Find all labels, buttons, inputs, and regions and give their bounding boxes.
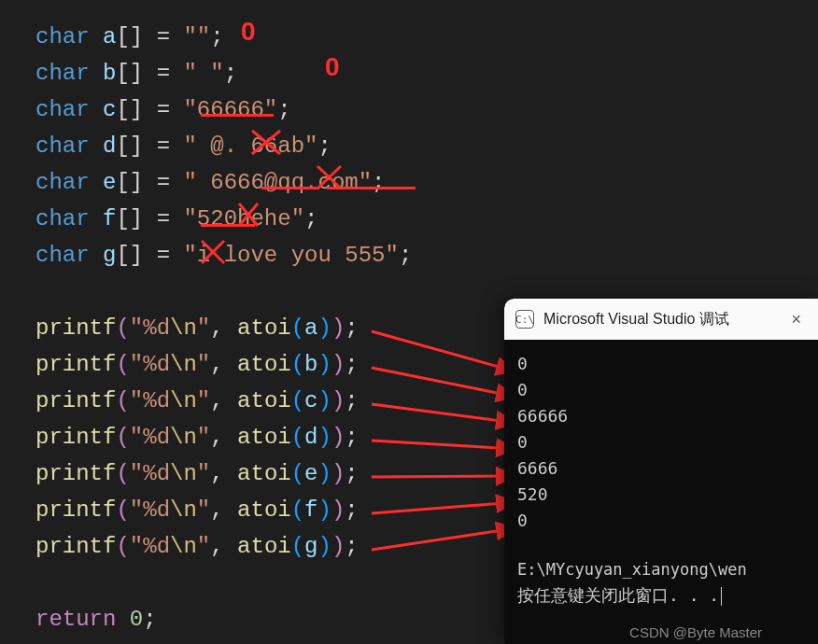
console-titlebar[interactable]: C:\ Microsoft Visual Studio 调试 × [504,299,818,340]
console-line: 0 [517,508,805,534]
watermark: CSDN @Byte Master [629,624,762,640]
console-title: Microsoft Visual Studio 调试 [543,310,776,329]
console-icon: C:\ [515,310,534,329]
text-cursor [721,587,722,606]
console-line: 66666 [517,403,805,429]
code-line: char g[] = "i love you 555"; [35,237,818,273]
code-line: char a[] = ""; [35,19,818,55]
code-line: char e[] = " 6666@qq.com"; [35,164,818,201]
console-line: 520 [517,482,805,508]
code-line: char b[] = " "; [35,55,818,91]
console-line: 0 [517,351,805,377]
console-line: 0 [517,429,805,455]
close-icon[interactable]: × [785,308,807,331]
console-line: 6666 [517,455,805,482]
code-line: char d[] = " @. 66ab"; [35,128,818,164]
console-prompt: 按任意键关闭此窗口. . . [517,582,805,609]
code-line: char c[] = "66666"; [35,91,818,128]
debug-console-window: C:\ Microsoft Visual Studio 调试 × 0 0 666… [504,299,818,644]
console-line: 0 [517,377,805,403]
console-path: E:\MYcyuyan_xianyong\wen [517,556,805,582]
console-output[interactable]: 0 0 66666 0 6666 520 0 E:\MYcyuyan_xiany… [504,340,818,620]
code-line: char f[] = "520hehe"; [35,201,818,237]
